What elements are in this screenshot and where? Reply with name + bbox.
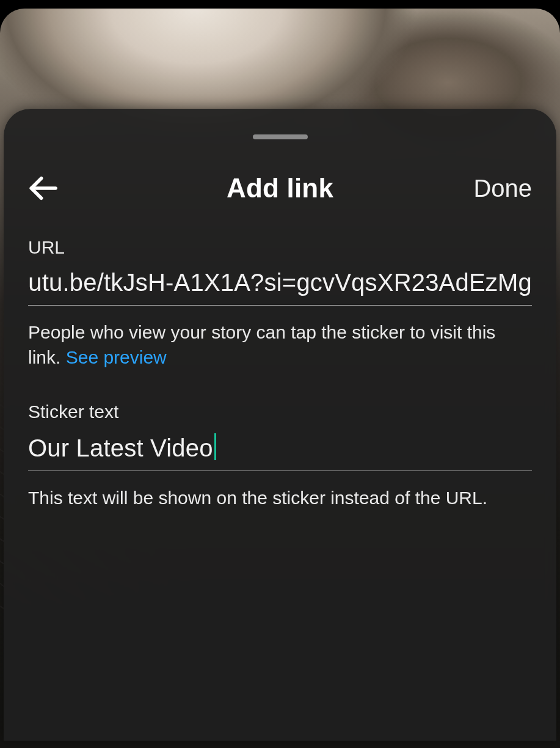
sheet-grabber-icon [253,134,308,139]
screen: Add link Done URL outu.be/tkJsH-A1X1A?si… [0,0,560,748]
text-caret-icon [214,433,216,460]
sticker-text-input-value: Our Latest Video [28,435,213,461]
sheet-title: Add link [227,173,333,204]
sticker-text-input[interactable]: Our Latest Video [28,428,532,471]
arrow-left-icon [26,171,60,205]
sheet-topbar: Add link Done [4,139,556,222]
sticker-text-field-group: Sticker text Our Latest Video This text … [28,402,532,511]
url-input-value: outu.be/tkJsH-A1X1A?si=gcvVqsXR23AdEzMg [28,269,532,296]
back-button[interactable] [26,169,65,208]
done-button[interactable]: Done [333,175,534,202]
sticker-text-helper: This text will be shown on the sticker i… [28,486,532,511]
url-field-group: URL outu.be/tkJsH-A1X1A?si=gcvVqsXR23AdE… [28,237,532,370]
see-preview-link[interactable]: See preview [66,347,167,367]
url-label: URL [28,237,532,258]
add-link-sheet: Add link Done URL outu.be/tkJsH-A1X1A?si… [4,109,556,741]
sticker-text-label: Sticker text [28,402,532,422]
fields-area: URL outu.be/tkJsH-A1X1A?si=gcvVqsXR23AdE… [4,222,556,511]
sheet-grabber-area[interactable] [4,109,556,139]
url-helper-text: People who view your story can tap the s… [28,320,532,370]
url-input[interactable]: outu.be/tkJsH-A1X1A?si=gcvVqsXR23AdEzMg [28,264,532,306]
